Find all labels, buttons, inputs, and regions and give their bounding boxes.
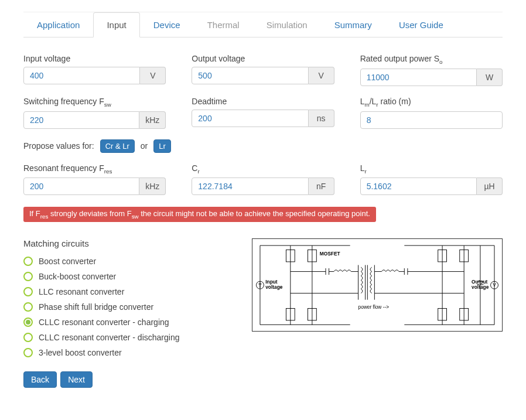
field-fres: Resonant frequency FreskHz bbox=[23, 163, 166, 196]
back-button[interactable]: Back bbox=[23, 371, 57, 388]
unit-cr: nF bbox=[309, 177, 334, 195]
field-input-voltage: Input voltageV bbox=[23, 54, 166, 86]
input-deadtime[interactable] bbox=[192, 110, 308, 127]
label-cr: Cr bbox=[192, 163, 334, 175]
input-input-voltage[interactable] bbox=[23, 67, 140, 84]
radio-label: Boost converter bbox=[39, 257, 96, 266]
radio-label: CLLC resonant converter - charging bbox=[39, 317, 169, 327]
radio-3-level-boost-converter[interactable]: 3-level boost converter bbox=[23, 348, 234, 357]
propose-or: or bbox=[141, 141, 148, 151]
label-lm-lr: Lm/Lr ratio (m) bbox=[360, 97, 503, 108]
label-fres: Resonant frequency Fres bbox=[23, 163, 166, 175]
radio-icon bbox=[23, 333, 33, 342]
field-rated-power: Rated output power SoW bbox=[360, 54, 503, 86]
unit-deadtime: ns bbox=[309, 110, 334, 127]
radio-cllc-resonant-converter-discharging[interactable]: CLLC resonant converter - discharging bbox=[23, 333, 234, 342]
unit-rated-power: W bbox=[477, 69, 503, 86]
field-lr: LrµH bbox=[360, 163, 503, 196]
unit-output-voltage: V bbox=[309, 67, 334, 84]
field-lm-lr: Lm/Lr ratio (m) bbox=[360, 97, 503, 129]
radio-icon bbox=[23, 257, 33, 266]
radio-label: CLLC resonant converter - discharging bbox=[39, 333, 179, 342]
radio-icon bbox=[23, 317, 33, 327]
input-lr[interactable] bbox=[360, 177, 477, 195]
matching-heading: Matching circuits bbox=[23, 238, 234, 248]
radio-cllc-resonant-converter-charging[interactable]: CLLC resonant converter - charging bbox=[23, 317, 234, 327]
radio-icon bbox=[23, 302, 33, 312]
unit-fres: kHz bbox=[139, 177, 166, 195]
tab-application[interactable]: Application bbox=[23, 12, 93, 37]
radio-llc-resonant-converter[interactable]: LLC resonant converter bbox=[23, 287, 234, 296]
propose-label: Propose values for: bbox=[23, 141, 94, 151]
radio-icon bbox=[23, 287, 33, 296]
radio-icon bbox=[23, 348, 33, 357]
diagram-powerflow-label: power flow --> bbox=[358, 304, 390, 310]
field-deadtime: Deadtimens bbox=[192, 97, 334, 129]
propose-row: Propose values for:Cr & LrorLr bbox=[23, 139, 503, 153]
label-deadtime: Deadtime bbox=[192, 97, 334, 106]
unit-lr: µH bbox=[477, 177, 503, 195]
input-fres[interactable] bbox=[23, 177, 139, 195]
unit-input-voltage: V bbox=[140, 67, 166, 84]
label-output-voltage: Output voltage bbox=[192, 54, 334, 63]
radio-label: Buck-boost converter bbox=[39, 272, 116, 281]
radio-buck-boost-converter[interactable]: Buck-boost converter bbox=[23, 272, 234, 281]
label-rated-power: Rated output power So bbox=[360, 54, 503, 65]
radio-boost-converter[interactable]: Boost converter bbox=[23, 257, 234, 266]
radio-label: Phase shift full bridge converter bbox=[39, 302, 153, 312]
input-fsw[interactable] bbox=[23, 111, 139, 129]
input-rated-power[interactable] bbox=[360, 69, 477, 86]
input-cr[interactable] bbox=[192, 177, 308, 195]
circuit-diagram: .w{stroke:#000;stroke-width:1;fill:none}… bbox=[252, 238, 503, 332]
radio-phase-shift-full-bridge-converter[interactable]: Phase shift full bridge converter bbox=[23, 302, 234, 312]
label-input-voltage: Input voltage bbox=[23, 54, 166, 63]
propose-lr-button[interactable]: Lr bbox=[153, 139, 171, 153]
tab-input[interactable]: Input bbox=[93, 12, 139, 37]
input-lm-lr[interactable] bbox=[360, 111, 503, 129]
radio-label: 3-level boost converter bbox=[39, 348, 122, 357]
tab-user-guide[interactable]: User Guide bbox=[385, 12, 457, 37]
matching-radio-list: Boost converterBuck-boost converterLLC r… bbox=[23, 257, 234, 357]
unit-fsw: kHz bbox=[139, 111, 166, 129]
field-cr: CrnF bbox=[192, 163, 334, 196]
cllc-schematic: .w{stroke:#000;stroke-width:1;fill:none}… bbox=[252, 239, 502, 331]
input-form: Input voltageVOutput voltageVRated outpu… bbox=[23, 54, 503, 195]
svg-text:V: V bbox=[493, 282, 496, 288]
propose-cr-lr-button[interactable]: Cr & Lr bbox=[100, 139, 135, 153]
next-button[interactable]: Next bbox=[60, 371, 93, 388]
field-fsw: Switching frequency FswkHz bbox=[23, 97, 166, 129]
radio-label: LLC resonant converter bbox=[39, 287, 124, 296]
warning-banner: If Fres strongly deviates from Fsw the c… bbox=[23, 207, 376, 222]
svg-text:voltage: voltage bbox=[265, 284, 283, 290]
tab-thermal: Thermal bbox=[194, 12, 253, 37]
label-lr: Lr bbox=[360, 163, 503, 175]
tab-simulation: Simulation bbox=[253, 12, 321, 37]
input-output-voltage[interactable] bbox=[192, 67, 308, 84]
radio-icon bbox=[23, 272, 33, 281]
label-fsw: Switching frequency Fsw bbox=[23, 97, 166, 108]
tabs-bar: ApplicationInputDeviceThermalSimulationS… bbox=[23, 12, 503, 37]
field-output-voltage: Output voltageV bbox=[192, 54, 334, 86]
tab-summary[interactable]: Summary bbox=[321, 12, 385, 37]
tab-device[interactable]: Device bbox=[140, 12, 194, 37]
diagram-mosfet-label: MOSFET bbox=[320, 251, 340, 257]
